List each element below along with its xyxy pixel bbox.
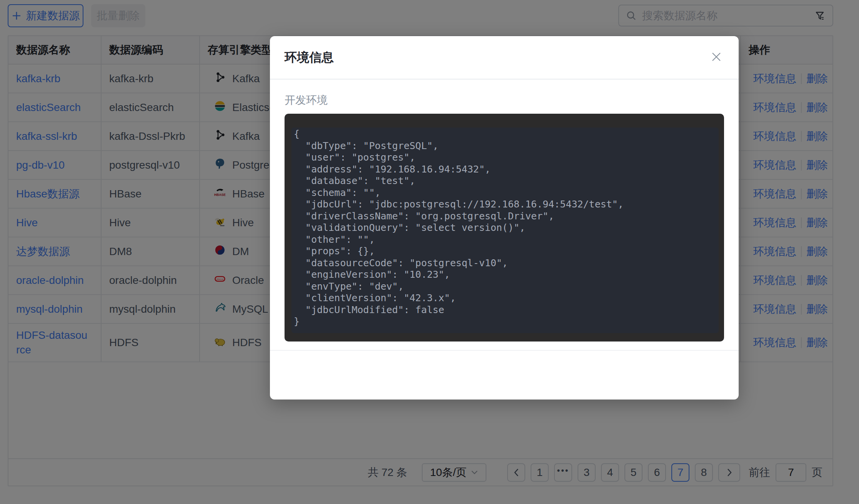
modal-footer-divider	[270, 350, 739, 351]
environment-json: { "dbType": "PostgreSQL", "user": "postg…	[294, 128, 715, 328]
close-icon[interactable]	[709, 50, 723, 64]
modal-header: 环境信息	[270, 36, 739, 80]
environment-label: 开发环境	[285, 93, 328, 108]
datasource-management-page: 新建数据源 批量删除 搜索数据源名称 数据源名称 数据源编码 存算引擎类型 操作	[0, 0, 859, 504]
code-panel: { "dbType": "PostgreSQL", "user": "postg…	[291, 128, 719, 333]
code-block: { "dbType": "PostgreSQL", "user": "postg…	[285, 114, 724, 342]
environment-info-modal: 环境信息 开发环境 { "dbType": "PostgreSQL", "use…	[270, 36, 739, 400]
modal-title: 环境信息	[285, 49, 334, 66]
